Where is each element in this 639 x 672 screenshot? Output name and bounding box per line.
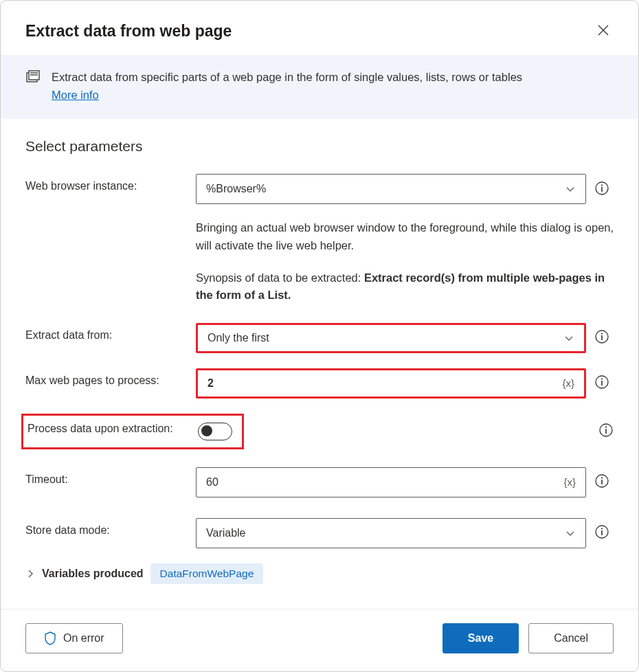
variable-pill[interactable]: DataFromWebPage	[150, 563, 264, 584]
input-max-pages[interactable]: 2 {x}	[196, 368, 586, 399]
dialog-header: Extract data from web page	[1, 1, 638, 55]
label-extract-from: Extract data from:	[25, 323, 196, 341]
info-icon[interactable]	[594, 329, 609, 346]
extract-icon	[25, 70, 41, 87]
svg-point-11	[601, 379, 603, 380]
info-icon[interactable]	[598, 423, 614, 440]
select-store-mode[interactable]: Variable	[196, 518, 586, 548]
svg-rect-18	[601, 480, 603, 484]
row-extract-from: Extract data from: Only the first	[25, 323, 614, 353]
toggle-process-upon[interactable]	[198, 423, 232, 440]
label-process-upon: Process data upon extraction:	[23, 423, 198, 435]
row-timeout: Timeout: 60 {x}	[25, 467, 614, 497]
row-max-pages: Max web pages to process: 2 {x}	[25, 368, 614, 399]
helper-browser-foreground: Bringing an actual web browser window to…	[196, 219, 615, 254]
label-max-pages: Max web pages to process:	[25, 368, 196, 387]
info-banner: Extract data from specific parts of a we…	[1, 55, 638, 119]
more-info-link[interactable]: More info	[52, 89, 99, 101]
on-error-button[interactable]: On error	[25, 623, 123, 653]
row-process-upon-extraction: Process data upon extraction:	[25, 414, 614, 449]
info-icon[interactable]	[594, 374, 609, 392]
info-icon[interactable]	[594, 524, 609, 541]
input-timeout-value: 60	[206, 476, 563, 489]
svg-rect-12	[601, 381, 603, 385]
variable-token-icon[interactable]: {x}	[562, 377, 574, 389]
label-timeout: Timeout:	[25, 467, 196, 486]
dialog-title: Extract data from web page	[25, 22, 232, 41]
cancel-button[interactable]: Cancel	[528, 623, 614, 653]
row-variables-produced[interactable]: Variables produced DataFromWebPage	[25, 563, 614, 584]
helper-synopsis: Synopsis of data to be extracted: Extrac…	[196, 269, 615, 304]
row-store-mode: Store data mode: Variable	[25, 518, 614, 548]
select-extract-from[interactable]: Only the first	[196, 323, 586, 353]
svg-point-5	[601, 184, 603, 186]
label-browser-instance: Web browser instance:	[25, 174, 196, 192]
toggle-knob	[201, 425, 212, 436]
select-extract-from-value: Only the first	[208, 332, 269, 344]
svg-rect-6	[601, 187, 603, 192]
save-button[interactable]: Save	[442, 623, 519, 653]
dialog-extract-web-data: Extract data from web page Extract data …	[0, 0, 639, 672]
svg-rect-15	[605, 429, 607, 434]
dialog-content: Select parameters Web browser instance: …	[1, 119, 638, 609]
chevron-down-icon	[565, 528, 576, 539]
row-browser-instance: Web browser instance: %Browser%	[25, 174, 614, 204]
svg-point-14	[605, 427, 607, 428]
section-title: Select parameters	[25, 138, 614, 155]
highlight-process-upon: Process data upon extraction:	[21, 414, 244, 449]
footer-right: Save Cancel	[442, 623, 614, 653]
info-icon[interactable]	[594, 181, 609, 198]
svg-point-20	[601, 528, 603, 530]
input-timeout[interactable]: 60 {x}	[196, 467, 586, 497]
close-icon	[597, 24, 609, 36]
chevron-down-icon	[565, 183, 576, 194]
svg-rect-21	[601, 530, 603, 535]
select-store-mode-value: Variable	[206, 527, 246, 539]
info-icon[interactable]	[594, 473, 609, 491]
label-store-mode: Store data mode:	[25, 518, 196, 537]
synopsis-prefix: Synopsis of data to be extracted:	[196, 271, 364, 284]
close-button[interactable]	[593, 20, 614, 43]
shield-icon	[44, 631, 56, 645]
dialog-footer: On error Save Cancel	[1, 609, 638, 671]
svg-point-17	[601, 478, 603, 479]
select-browser-value: %Browser%	[206, 183, 266, 195]
input-max-pages-value: 2	[208, 377, 562, 390]
chevron-down-icon	[563, 333, 574, 344]
on-error-label: On error	[63, 632, 104, 645]
banner-description: Extract data from specific parts of a we…	[52, 71, 522, 83]
svg-point-8	[601, 333, 603, 335]
chevron-right-icon	[25, 569, 35, 579]
select-browser-instance[interactable]: %Browser%	[196, 174, 586, 204]
info-banner-text: Extract data from specific parts of a we…	[52, 69, 522, 104]
variables-produced-label: Variables produced	[42, 568, 144, 580]
svg-rect-9	[601, 335, 603, 340]
variable-token-icon[interactable]: {x}	[563, 476, 576, 488]
